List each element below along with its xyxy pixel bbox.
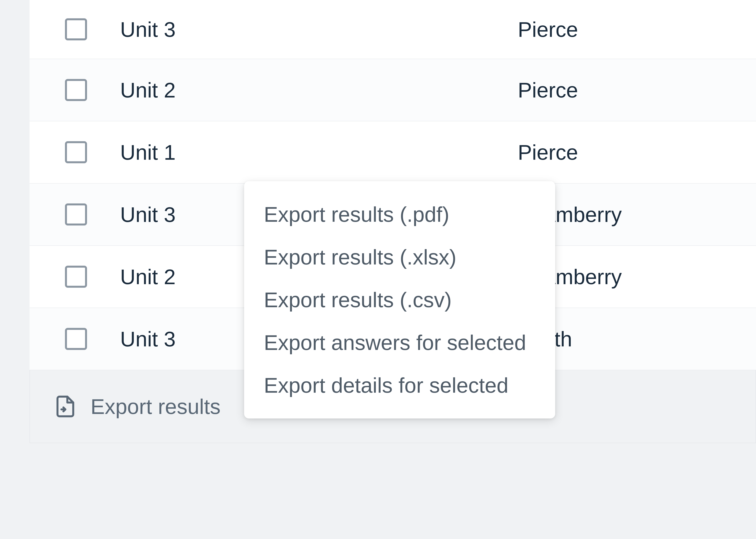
export-results-button[interactable]: Export results bbox=[53, 394, 221, 419]
table-row[interactable]: Unit 3 Pierce bbox=[30, 0, 756, 59]
checkbox-cell bbox=[65, 203, 120, 225]
export-file-icon bbox=[53, 395, 77, 418]
name-cell: Pierce bbox=[518, 17, 578, 42]
export-menu: Export results (.pdf) Export results (.x… bbox=[244, 181, 555, 419]
checkbox-cell bbox=[65, 328, 120, 350]
row-checkbox[interactable] bbox=[65, 328, 87, 350]
table-row[interactable]: Unit 2 Pierce bbox=[30, 59, 756, 121]
checkbox-cell bbox=[65, 18, 120, 40]
export-results-label: Export results bbox=[91, 394, 221, 419]
unit-cell: Unit 3 bbox=[120, 17, 518, 42]
menu-item-export-details[interactable]: Export details for selected bbox=[244, 364, 555, 407]
checkbox-cell bbox=[65, 79, 120, 101]
checkbox-cell bbox=[65, 141, 120, 163]
unit-cell: Unit 1 bbox=[120, 140, 518, 165]
unit-cell: Unit 2 bbox=[120, 78, 518, 103]
checkbox-cell bbox=[65, 266, 120, 288]
name-cell: Pierce bbox=[518, 78, 578, 103]
menu-item-export-pdf[interactable]: Export results (.pdf) bbox=[244, 193, 555, 236]
row-checkbox[interactable] bbox=[65, 203, 87, 225]
row-checkbox[interactable] bbox=[65, 79, 87, 101]
menu-item-export-xlsx[interactable]: Export results (.xlsx) bbox=[244, 236, 555, 278]
table-row[interactable]: Unit 1 Pierce bbox=[30, 121, 756, 184]
row-checkbox[interactable] bbox=[65, 141, 87, 163]
menu-item-export-csv[interactable]: Export results (.csv) bbox=[244, 278, 555, 321]
menu-item-export-answers[interactable]: Export answers for selected bbox=[244, 321, 555, 364]
page-background bbox=[0, 486, 756, 539]
row-checkbox[interactable] bbox=[65, 18, 87, 40]
name-cell: Pierce bbox=[518, 140, 578, 165]
row-checkbox[interactable] bbox=[65, 266, 87, 288]
